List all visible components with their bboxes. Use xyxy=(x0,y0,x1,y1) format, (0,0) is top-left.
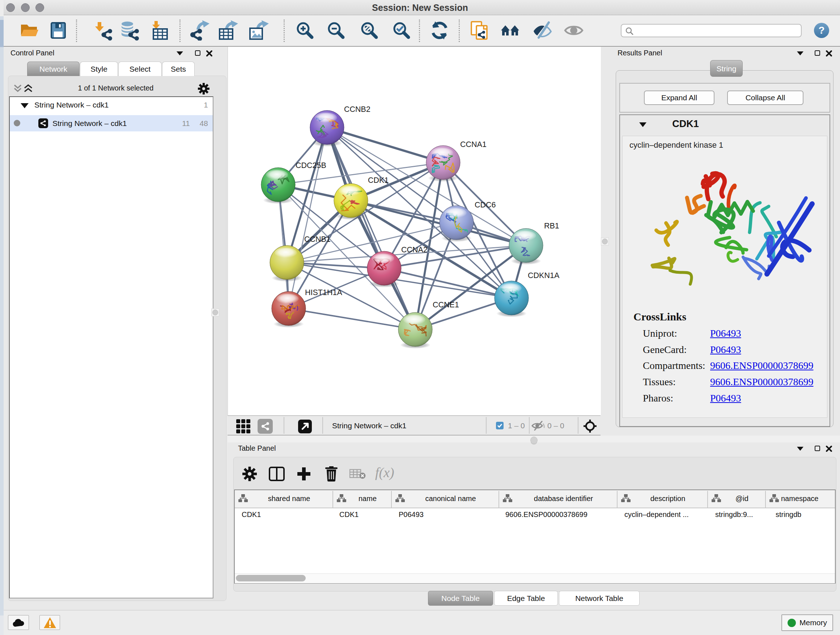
svg-text:CDC25B: CDC25B xyxy=(295,161,326,170)
svg-text:CDK1: CDK1 xyxy=(368,176,388,185)
svg-text:CCNA1: CCNA1 xyxy=(460,140,486,149)
svg-text:CCNA2: CCNA2 xyxy=(401,245,428,254)
svg-text:RB1: RB1 xyxy=(544,222,559,230)
svg-text:HIST1H1A: HIST1H1A xyxy=(305,288,342,297)
svg-text:CCNB1: CCNB1 xyxy=(304,235,331,244)
svg-text:CCNE1: CCNE1 xyxy=(433,301,459,309)
svg-text:CDC6: CDC6 xyxy=(475,201,496,209)
svg-text:CCNB2: CCNB2 xyxy=(344,105,370,114)
svg-text:CDKN1A: CDKN1A xyxy=(528,271,560,280)
